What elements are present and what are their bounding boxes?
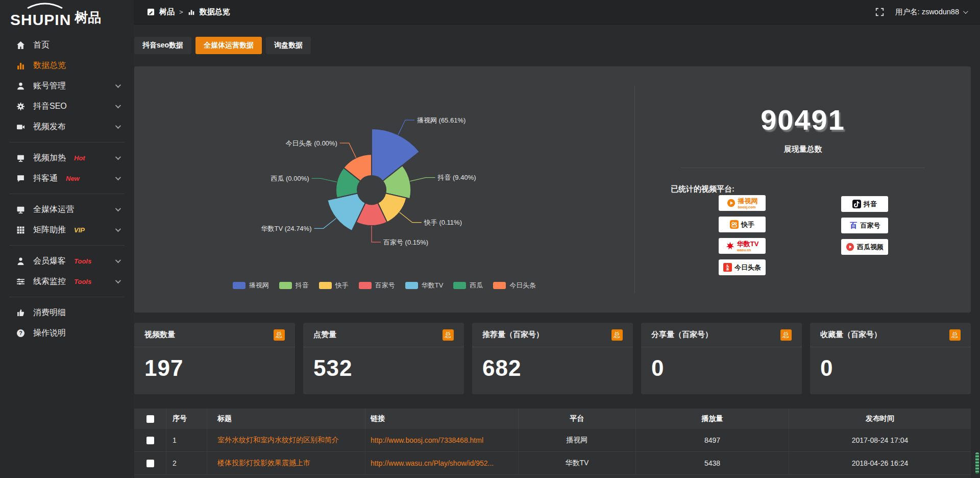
row-checkbox[interactable]: [146, 437, 154, 444]
gear-icon: [15, 101, 26, 111]
chevron-down-icon: [115, 123, 121, 129]
xigua-icon: [846, 243, 854, 251]
cell-title[interactable]: 楼体投影灯投影效果震撼上市: [207, 452, 365, 474]
overview-panel: 播视网 (65.61%)抖音 (9.40%)快手 (0.11%)百家号 (0.1…: [134, 66, 971, 313]
chevron-down-icon: [963, 9, 968, 14]
douyin-icon: [852, 200, 861, 208]
cell-no: 2: [166, 452, 207, 474]
bar-chart-icon: [15, 60, 26, 70]
pie-label-4: 华数TV (24.74%): [261, 225, 312, 232]
sidebar-item-video-publish[interactable]: 视频发布: [0, 116, 134, 137]
sidebar-item-account-manage[interactable]: 账号管理: [0, 76, 134, 96]
sidebar-item-douyin-seo[interactable]: 抖音SEO: [0, 96, 134, 116]
platform-badge-2: 华数TV wasu.cn: [719, 238, 766, 254]
stat-card-title: 点赞量: [313, 330, 336, 340]
tab-0[interactable]: 抖音seo数据: [134, 37, 191, 54]
chevron-down-icon: [115, 175, 121, 180]
select-all-checkbox[interactable]: [146, 415, 154, 423]
platform-badge-2: 西瓜视频: [841, 239, 888, 255]
pie-label-0: 播视网 (65.61%): [417, 116, 465, 124]
cell-views: 8497: [635, 429, 789, 451]
help-icon: ?: [15, 328, 26, 338]
svg-text:百: 百: [849, 221, 857, 229]
legend-label: 快手: [335, 281, 349, 290]
stat-card-total-badge[interactable]: 总: [780, 329, 792, 341]
legend-label: 百家号: [375, 281, 395, 290]
sliders-icon: [15, 276, 26, 286]
stat-card-total-badge[interactable]: 总: [274, 329, 285, 341]
column-header-1: 标题: [207, 409, 365, 429]
menu-divider: [9, 142, 125, 142]
pie-label-3: 百家号 (0.15%): [383, 238, 428, 246]
cell-title[interactable]: 室外水纹灯和室内水纹灯的区别和简介: [207, 429, 365, 451]
legend-item-6[interactable]: 今日头条: [493, 281, 536, 290]
logo-text-en: SHUPIN: [10, 13, 71, 27]
sidebar-item-douketong[interactable]: 抖客通 New: [0, 168, 134, 188]
app-logo[interactable]: SHUPIN 树品: [0, 0, 134, 32]
legend-swatch: [279, 282, 292, 289]
stat-card-total-badge[interactable]: 总: [949, 329, 961, 341]
legend-swatch: [493, 282, 506, 289]
column-header-0: 序号: [166, 409, 207, 429]
video-icon: [15, 122, 26, 132]
pie-label-line-3: [372, 226, 381, 242]
pie-label-1: 抖音 (9.40%): [437, 174, 476, 181]
page-scrollbar-thumb[interactable]: [975, 452, 979, 474]
fullscreen-icon[interactable]: [875, 8, 884, 16]
legend-item-3[interactable]: 百家号: [359, 281, 395, 290]
stat-card-title: 视频数量: [144, 330, 175, 340]
cell-link[interactable]: http://www.wasu.cn/Play/show/id/952...: [365, 452, 518, 474]
breadcrumb-separator: >: [179, 8, 183, 16]
sidebar: SHUPIN 树品 首页 数据总览 账号管理 抖音SEO 视频发布 视频加热 H…: [0, 0, 134, 478]
grid-icon: [15, 225, 26, 235]
tab-2[interactable]: 询盘数据: [266, 37, 311, 54]
pie-label-line-5: [312, 178, 337, 182]
legend-label: 抖音: [296, 281, 309, 290]
platform-column-left: 播视网 boosj.com 快手 华数TV wasu.cn 头条 今日头条: [719, 195, 766, 281]
select-all-checkbox-cell: [134, 409, 166, 429]
total-impressions-value: 90491: [635, 103, 971, 136]
sidebar-item-member-baoke[interactable]: 会员爆客 Tools: [0, 251, 134, 271]
legend-item-2[interactable]: 快手: [319, 281, 349, 290]
legend-item-4[interactable]: 华数TV: [405, 281, 444, 290]
sidebar-item-clue-monitor[interactable]: 线索监控 Tools: [0, 271, 134, 292]
stat-card-title: 分享量（百家号）: [651, 330, 713, 340]
sidebar-item-consume-detail[interactable]: 消费明细: [0, 302, 134, 323]
logo-arc-decoration: [27, 2, 63, 11]
sidebar-item-matrix-boost[interactable]: 矩阵助推 VIP: [0, 220, 134, 240]
column-header-4: 播放量: [635, 409, 789, 429]
legend-item-5[interactable]: 西瓜: [453, 281, 483, 290]
menu-badge: Tools: [74, 257, 91, 265]
breadcrumb-root[interactable]: 树品: [159, 7, 175, 17]
svg-text:头: 头: [726, 264, 729, 268]
stat-card-value: 532: [303, 347, 464, 381]
sidebar-item-help[interactable]: ? 操作说明: [0, 323, 134, 343]
cell-link[interactable]: http://www.boosj.com/7338468.html: [365, 429, 518, 451]
pie-slice-4[interactable]: [327, 193, 365, 231]
sidebar-item-data-overview[interactable]: 数据总览: [0, 55, 134, 76]
legend-label: 今日头条: [509, 281, 536, 290]
stat-card-total-badge[interactable]: 总: [443, 329, 454, 341]
logo-text-cn: 树品: [75, 9, 101, 27]
main-content: 抖音seo数据 全媒体运营数据 询盘数据 播视网 (65.61%)抖音 (9.4…: [134, 25, 971, 478]
legend-item-1[interactable]: 抖音: [279, 281, 309, 290]
pie-label-5: 西瓜 (0.00%): [271, 175, 309, 182]
sidebar-item-home[interactable]: 首页: [0, 35, 134, 55]
cell-time: 2018-04-26 16:24: [789, 452, 971, 474]
tab-1[interactable]: 全媒体运营数据: [195, 37, 262, 54]
stat-card-value: 0: [810, 347, 971, 381]
table-body: 1 室外水纹灯和室内水纹灯的区别和简介 http://www.boosj.com…: [134, 429, 971, 475]
legend-item-0[interactable]: 播视网: [233, 281, 269, 290]
monitor-icon: [15, 204, 26, 214]
column-header-5: 发布时间: [789, 409, 971, 429]
cell-platform: 播视网: [518, 429, 635, 451]
chat-icon: [15, 173, 26, 183]
stat-card-1: 点赞量 总 532: [303, 323, 464, 394]
breadcrumb: 树品 > 数据总览: [147, 7, 230, 17]
user-menu[interactable]: 用户名: zswodun88: [895, 7, 967, 17]
breadcrumb-current[interactable]: 数据总览: [200, 7, 230, 17]
row-checkbox[interactable]: [146, 460, 154, 467]
sidebar-item-video-heat[interactable]: 视频加热 Hot: [0, 148, 134, 168]
stat-card-total-badge[interactable]: 总: [611, 329, 623, 341]
sidebar-item-omni-media[interactable]: 全媒体运营: [0, 199, 134, 220]
